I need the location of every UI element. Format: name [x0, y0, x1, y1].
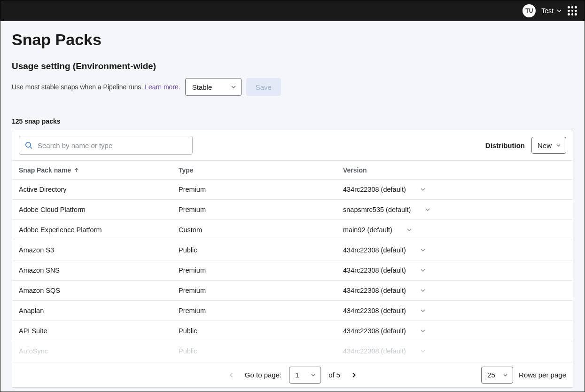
cell-version[interactable]: 434rc22308 (default) — [343, 186, 566, 193]
table-row[interactable]: API SuitePublic434rc22308 (default) — [12, 321, 573, 341]
svg-line-1 — [30, 147, 32, 149]
cell-version[interactable]: 434rc22308 (default) — [343, 327, 566, 335]
cell-version[interactable]: snapsmrc535 (default) — [343, 206, 566, 213]
chevron-down-icon — [503, 372, 508, 377]
avatar[interactable]: TU — [523, 4, 536, 17]
cell-version[interactable]: 434rc22308 (default) — [343, 347, 566, 355]
cell-type: Custom — [179, 226, 343, 234]
top-bar: TU Test — [0, 0, 585, 21]
table-row[interactable]: Amazon S3Public434rc22308 (default) — [12, 240, 573, 260]
search-field[interactable] — [19, 136, 193, 155]
cell-name: API Suite — [19, 327, 179, 335]
chevron-down-icon — [425, 207, 430, 212]
account-dropdown[interactable]: Test — [541, 7, 562, 15]
svg-point-0 — [26, 142, 31, 147]
chevron-down-icon — [231, 84, 236, 90]
version-text: snapsmrc535 (default) — [343, 206, 411, 213]
table-header: Snap Pack name Type Version — [12, 160, 573, 179]
table-row[interactable]: AnaplanPremium434rc22308 (default) — [12, 300, 573, 321]
table-toolbar: Distribution New — [12, 130, 573, 160]
column-header-version[interactable]: Version — [343, 166, 566, 174]
rows-per-page-label: Rows per page — [519, 371, 566, 379]
distribution-select[interactable]: New — [531, 137, 566, 154]
cell-type: Public — [179, 246, 343, 254]
usage-row: Use most stable snaps when a Pipeline ru… — [12, 78, 573, 96]
chevron-down-icon — [420, 267, 426, 273]
version-text: 434rc22308 (default) — [343, 287, 406, 294]
column-header-type[interactable]: Type — [179, 166, 343, 174]
column-name-label: Snap Pack name — [19, 166, 71, 174]
search-input[interactable] — [38, 141, 187, 149]
chevron-down-icon — [406, 227, 412, 233]
chevron-down-icon — [311, 372, 316, 377]
table-row[interactable]: Amazon SQSPremium434rc22308 (default) — [12, 280, 573, 300]
cell-version[interactable]: 434rc22308 (default) — [343, 307, 566, 314]
cell-name: Active Directory — [19, 186, 179, 193]
version-text: 434rc22308 (default) — [343, 347, 406, 355]
of-pages-label: of 5 — [328, 371, 340, 379]
cell-version[interactable]: 434rc22308 (default) — [343, 287, 566, 294]
prev-page-button[interactable] — [225, 369, 237, 381]
version-text: 434rc22308 (default) — [343, 327, 406, 335]
save-button[interactable]: Save — [246, 78, 281, 96]
cell-version[interactable]: 434rc22308 (default) — [343, 246, 566, 254]
app-launcher-icon[interactable] — [568, 6, 577, 16]
next-page-button[interactable] — [348, 369, 360, 381]
usage-section-title: Usage setting (Environment-wide) — [12, 61, 573, 71]
rows-per-page-value: 25 — [487, 371, 495, 379]
distribution-value: New — [538, 141, 552, 149]
page-title: Snap Packs — [12, 31, 573, 49]
column-header-name[interactable]: Snap Pack name — [19, 166, 179, 174]
sort-asc-icon — [74, 167, 79, 173]
table-row[interactable]: Amazon SNSPremium434rc22308 (default) — [12, 260, 573, 280]
cell-name: Amazon SQS — [19, 287, 179, 294]
rows-per-page-select[interactable]: 25 — [481, 367, 513, 384]
table-body: Active DirectoryPremium434rc22308 (defau… — [12, 179, 573, 362]
search-icon — [25, 141, 33, 149]
table-row[interactable]: Adobe Cloud PlatformPremiumsnapsmrc535 (… — [12, 199, 573, 220]
cell-type: Premium — [179, 267, 343, 274]
chevron-down-icon — [556, 8, 562, 14]
snap-pack-table: Distribution New Snap Pack name Type Ver… — [12, 130, 573, 388]
current-page: 1 — [295, 371, 299, 379]
page-select[interactable]: 1 — [289, 367, 321, 384]
chevron-down-icon — [420, 328, 426, 334]
pagination-center: Go to page: 1 of 5 — [225, 367, 360, 384]
page-content: Snap Packs Usage setting (Environment-wi… — [0, 21, 585, 392]
chevron-down-icon — [420, 288, 426, 293]
chevron-right-icon — [351, 372, 357, 378]
chevron-down-icon — [556, 143, 561, 148]
learn-more-link[interactable]: Learn more. — [145, 83, 180, 91]
chevron-down-icon — [420, 348, 426, 354]
table-row[interactable]: Adobe Experience PlatformCustommain92 (d… — [12, 220, 573, 240]
cell-type: Public — [179, 327, 343, 335]
version-text: 434rc22308 (default) — [343, 267, 406, 274]
usage-desc-text: Use most stable snaps when a Pipeline ru… — [12, 83, 145, 91]
snap-pack-count: 125 snap packs — [12, 118, 573, 125]
go-to-page-label: Go to page: — [245, 371, 281, 379]
cell-version[interactable]: 434rc22308 (default) — [343, 267, 566, 274]
table-row[interactable]: Active DirectoryPremium434rc22308 (defau… — [12, 179, 573, 199]
usage-description: Use most stable snaps when a Pipeline ru… — [12, 83, 180, 91]
version-text: 434rc22308 (default) — [343, 307, 406, 314]
version-text: main92 (default) — [343, 226, 392, 234]
table-row[interactable]: AutoSyncPublic434rc22308 (default) — [12, 341, 573, 361]
version-text: 434rc22308 (default) — [343, 246, 406, 254]
pagination-right: 25 Rows per page — [481, 367, 566, 384]
cell-name: AutoSync — [19, 347, 179, 355]
account-label: Test — [541, 7, 554, 15]
chevron-down-icon — [420, 187, 426, 192]
cell-version[interactable]: main92 (default) — [343, 226, 566, 234]
cell-type: Premium — [179, 287, 343, 294]
cell-type: Public — [179, 347, 343, 355]
right-tools: Distribution New — [485, 137, 566, 154]
chevron-down-icon — [420, 308, 426, 314]
pagination: Go to page: 1 of 5 25 Rows per page — [12, 362, 573, 387]
cell-name: Anaplan — [19, 307, 179, 314]
chevron-left-icon — [228, 372, 234, 378]
cell-name: Amazon SNS — [19, 267, 179, 274]
stability-select[interactable]: Stable — [185, 78, 242, 96]
cell-name: Amazon S3 — [19, 246, 179, 254]
distribution-label: Distribution — [485, 141, 525, 149]
cell-type: Premium — [179, 307, 343, 314]
